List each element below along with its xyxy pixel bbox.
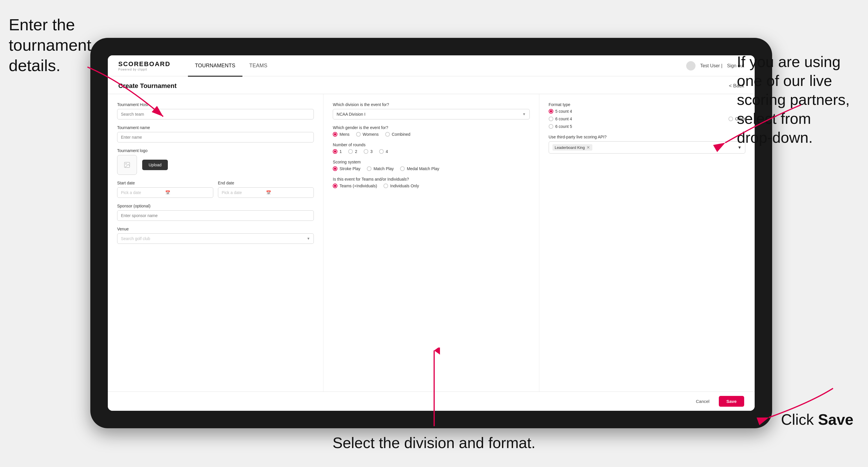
gender-combined-label: Combined [392, 132, 410, 137]
form-col-2: Which division is the event for? NCAA Di… [323, 94, 539, 392]
logo-upload-area: Upload [117, 155, 314, 175]
host-group: Tournament Host [117, 102, 314, 119]
format-type-row: 5 count 4 6 count 4 6 count 5 [549, 109, 745, 129]
gender-label: Which gender is the event for? [333, 125, 529, 130]
scoring-radio-group: Stroke Play Match Play Medal Match Play [333, 166, 529, 171]
rounds-group: Number of rounds 1 2 3 [333, 143, 529, 154]
format-6count5-label: 6 count 5 [555, 124, 572, 129]
date-row: Start date Pick a date 📅 End date Pick a… [117, 181, 314, 198]
end-date-label: End date [218, 181, 314, 185]
gender-combined[interactable]: Combined [385, 132, 410, 137]
radio-3-icon [364, 149, 368, 154]
host-input[interactable] [117, 109, 314, 119]
gender-radio-group: Mens Womens Combined [333, 132, 529, 137]
remove-tag-icon[interactable]: ✕ [587, 145, 590, 150]
cancel-button[interactable]: Cancel [690, 397, 715, 406]
name-input[interactable] [117, 132, 314, 143]
avatar [686, 61, 695, 70]
venue-placeholder: Search golf club [121, 236, 150, 241]
end-date-placeholder: Pick a date [222, 190, 266, 195]
nav-tabs: TOURNAMENTS TEAMS [188, 55, 686, 76]
live-scoring-label: Use third-party live scoring API? [549, 134, 745, 139]
radio-medal-icon [400, 166, 405, 171]
host-label: Tournament Host [117, 102, 314, 107]
logo-sub: Powered by clippit [118, 68, 170, 71]
gender-womens-label: Womens [363, 132, 379, 137]
live-scoring-tag: Leaderboard King ✕ [553, 144, 592, 151]
name-label: Tournament name [117, 125, 314, 130]
live-scoring-group: Use third-party live scoring API? Leader… [549, 134, 745, 154]
division-dropdown[interactable]: NCAA Division I ▼ [333, 109, 529, 119]
rounds-1[interactable]: 1 [333, 149, 342, 154]
teams-option-label: Teams (+Individuals) [339, 184, 377, 188]
scoring-stroke-label: Stroke Play [339, 166, 361, 171]
individuals-option[interactable]: Individuals Only [383, 184, 419, 188]
rounds-1-label: 1 [339, 149, 342, 154]
teams-option[interactable]: Teams (+Individuals) [333, 184, 377, 188]
gender-womens[interactable]: Womens [356, 132, 379, 137]
annotation-bottomcenter: Select the division and format. [333, 434, 535, 453]
scoring-match[interactable]: Match Play [367, 166, 394, 171]
gender-group: Which gender is the event for? Mens Wome… [333, 125, 529, 137]
tab-teams[interactable]: TEAMS [242, 56, 275, 76]
save-button[interactable]: Save [719, 396, 744, 407]
chevron-down-icon-2: ▼ [522, 112, 526, 116]
teams-group: Is this event for Teams and/or Individua… [333, 177, 529, 188]
tab-tournaments[interactable]: TOURNAMENTS [188, 56, 242, 76]
rounds-label: Number of rounds [333, 143, 529, 147]
sponsor-label: Sponsor (optional) [117, 204, 314, 208]
calendar-icon: 📅 [165, 190, 210, 195]
name-group: Tournament name [117, 125, 314, 143]
rounds-4[interactable]: 4 [379, 149, 388, 154]
tablet-screen: SCOREBOARD Powered by clippit TOURNAMENT… [108, 55, 755, 411]
annotation-bottomright: Click Save [781, 410, 854, 429]
logo-title: SCOREBOARD [118, 60, 170, 68]
chevron-down-icon: ▼ [307, 237, 310, 241]
rounds-3[interactable]: 3 [364, 149, 373, 154]
format-6count4[interactable]: 6 count 4 [549, 117, 572, 121]
end-date-input[interactable]: Pick a date 📅 [218, 187, 314, 198]
page-title: Create Tournament [118, 82, 177, 90]
sponsor-input[interactable] [117, 210, 314, 221]
form-body: Tournament Host Tournament name Tourname… [108, 94, 755, 392]
start-date-label: Start date [117, 181, 213, 185]
scoring-medal[interactable]: Medal Match Play [400, 166, 439, 171]
calendar-icon-2: 📅 [266, 190, 310, 195]
rounds-4-label: 4 [386, 149, 388, 154]
radio-stroke-icon [333, 166, 337, 171]
rounds-2-label: 2 [355, 149, 357, 154]
upload-button[interactable]: Upload [142, 160, 168, 170]
scoring-stroke[interactable]: Stroke Play [333, 166, 361, 171]
scoring-match-label: Match Play [374, 166, 394, 171]
teams-label: Is this event for Teams and/or Individua… [333, 177, 529, 182]
teams-radio-group: Teams (+Individuals) Individuals Only [333, 184, 529, 188]
rounds-3-label: 3 [370, 149, 373, 154]
start-date-input[interactable]: Pick a date 📅 [117, 187, 213, 198]
navbar: SCOREBOARD Powered by clippit TOURNAMENT… [108, 55, 755, 76]
rounds-2[interactable]: 2 [348, 149, 357, 154]
form-footer: Cancel Save [108, 392, 755, 411]
format-5count4[interactable]: 5 count 4 [549, 109, 572, 114]
format-label: Format type [549, 102, 745, 107]
format-group: Format type 5 count 4 6 count 4 [549, 102, 745, 129]
venue-dropdown[interactable]: Search golf club ▼ [117, 234, 314, 244]
live-scoring-dropdown[interactable]: Leaderboard King ✕ ▼ [549, 141, 745, 154]
scoring-label: Scoring system [333, 160, 529, 164]
sponsor-group: Sponsor (optional) [117, 204, 314, 221]
annotation-topleft: Enter the tournament details. [9, 14, 91, 76]
radio-match-icon [367, 166, 372, 171]
radio-4-icon [379, 149, 384, 154]
radio-combined-icon [385, 132, 390, 137]
radio-1-icon [333, 149, 337, 154]
gender-mens[interactable]: Mens [333, 132, 349, 137]
individuals-option-label: Individuals Only [390, 184, 419, 188]
logo-group: Tournament logo Upload [117, 148, 314, 175]
division-label: Which division is the event for? [333, 102, 529, 107]
division-group: Which division is the event for? NCAA Di… [333, 102, 529, 119]
format-type-left: 5 count 4 6 count 4 6 count 5 [549, 109, 572, 129]
tablet-frame: SCOREBOARD Powered by clippit TOURNAMENT… [90, 38, 772, 428]
svg-point-1 [126, 163, 126, 164]
bottomright-prefix: Click [781, 411, 818, 428]
radio-individuals-icon [383, 184, 388, 188]
format-6count5[interactable]: 6 count 5 [549, 124, 572, 129]
